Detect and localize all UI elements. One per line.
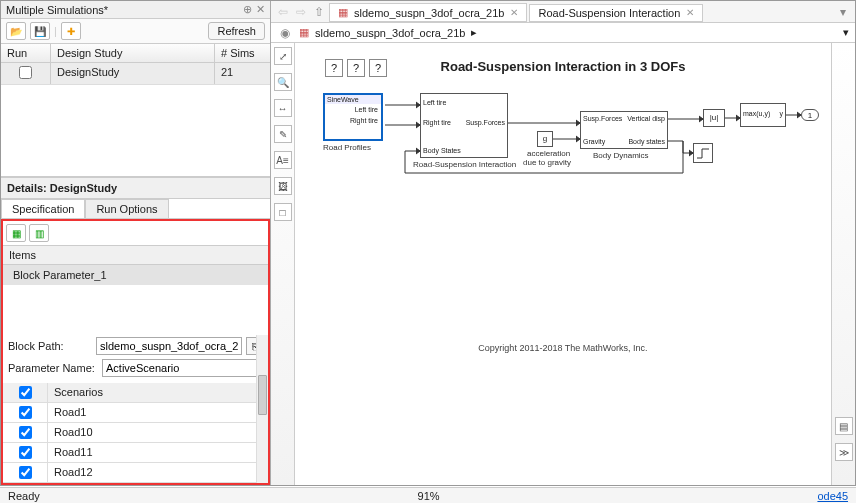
panel-title-bar: Multiple Simulations* ⊕ ✕ <box>1 1 270 19</box>
spec-toolbar: ▦ ▥ <box>3 221 268 246</box>
tab-specification[interactable]: Specification <box>1 199 85 218</box>
solver-link[interactable]: ode45 <box>817 490 848 502</box>
nav-fwd-icon: ⇨ <box>293 4 309 20</box>
refresh-button[interactable]: Refresh <box>208 22 265 40</box>
tab-run-options[interactable]: Run Options <box>85 199 168 218</box>
tab-label: sldemo_suspn_3dof_ocra_21b <box>354 7 504 19</box>
doc-tab-subsystem[interactable]: Road-Suspension Interaction ✕ <box>529 4 703 22</box>
copyright-text: Copyright 2011-2018 The MathWorks, Inc. <box>295 343 831 353</box>
panel-title: Multiple Simulations* <box>6 4 108 16</box>
breadcrumb-dropdown-icon[interactable]: ▾ <box>843 26 849 39</box>
scen-label: Road12 <box>48 463 268 482</box>
grid-header: Run Design Study # Sims <box>1 44 270 63</box>
scenario-table: Scenarios Road1 Road10 Road11 <box>3 383 268 483</box>
status-ready: Ready <box>8 490 40 502</box>
breadcrumb-bar: ◉ ▦ sldemo_suspn_3dof_ocra_21b ▸ ▾ <box>271 23 855 43</box>
scen-check[interactable] <box>19 406 32 419</box>
scen-check[interactable] <box>19 426 32 439</box>
close-panel-icon[interactable]: ✕ <box>256 3 265 16</box>
zoom-in-button[interactable]: 🔍 <box>274 73 292 91</box>
tabs-overflow-icon[interactable]: ▾ <box>835 4 851 20</box>
scen-row[interactable]: Road12 <box>3 463 268 483</box>
save-button[interactable]: 💾 <box>30 22 50 40</box>
col-design-study: Design Study <box>51 44 215 62</box>
scen-row[interactable]: Road10 <box>3 423 268 443</box>
zoom-percent[interactable]: 91% <box>379 490 479 502</box>
document-tabs: ⇦ ⇨ ⇧ ▦ sldemo_suspn_3dof_ocra_21b ✕ Roa… <box>271 1 855 23</box>
fit-view-button[interactable]: ⤢ <box>274 47 292 65</box>
pin-icon[interactable]: ⊕ <box>243 3 252 16</box>
param-name-label: Parameter Name: <box>8 362 98 374</box>
model-browser-icon[interactable]: ◉ <box>277 25 293 41</box>
toggle-arrow-button[interactable]: ↔ <box>274 99 292 117</box>
nav-up-icon[interactable]: ⇧ <box>311 4 327 20</box>
scen-check-all[interactable] <box>19 386 32 399</box>
spec-scrollbar[interactable] <box>256 335 268 483</box>
spec-scroll-thumb[interactable] <box>258 375 267 415</box>
doc-tab-model[interactable]: ▦ sldemo_suspn_3dof_ocra_21b ✕ <box>329 3 527 22</box>
study-name: DesignStudy <box>51 63 215 84</box>
add-item-button[interactable]: ▦ <box>6 224 26 242</box>
details-tabs: Specification Run Options <box>1 199 270 219</box>
canvas-toolbar-left: ⤢ 🔍 ↔ ✎ A≡ 🖼 □ <box>271 43 295 485</box>
model-icon: ▦ <box>338 6 348 19</box>
model-canvas[interactable]: ? ? ? Road-Suspension Interaction in 3 D… <box>295 43 831 485</box>
tab-label: Road-Suspension Interaction <box>538 7 680 19</box>
scen-row[interactable]: Road11 <box>3 443 268 463</box>
nav-back-icon: ⇦ <box>275 4 291 20</box>
sims-count: 21 <box>215 63 270 84</box>
scen-check[interactable] <box>19 466 32 479</box>
param-name-input[interactable] <box>102 359 263 377</box>
scen-label: Road11 <box>48 443 268 462</box>
sim-toolbar: 📂 💾 | ✚ Refresh <box>1 19 270 44</box>
study-row[interactable]: DesignStudy 21 <box>1 63 270 85</box>
details-header: Details: DesignStudy <box>1 177 270 199</box>
col-sims: # Sims <box>215 44 270 62</box>
items-header: Items <box>3 246 268 265</box>
scen-check[interactable] <box>19 446 32 459</box>
close-tab-icon[interactable]: ✕ <box>510 7 518 18</box>
library-button[interactable]: ▤ <box>835 417 853 435</box>
show-panel-button[interactable]: ≫ <box>835 443 853 461</box>
toggle-off-button[interactable]: □ <box>274 203 292 221</box>
scenarios-col-header: Scenarios <box>48 383 268 402</box>
scen-label: Road1 <box>48 403 268 422</box>
chevron-right-icon: ▸ <box>471 26 477 39</box>
model-icon: ▦ <box>299 26 309 39</box>
specification-panel: ▦ ▥ Items Block Parameter_1 Block Path: … <box>1 219 270 485</box>
scen-label: Road10 <box>48 423 268 442</box>
add-param-button[interactable]: ▥ <box>29 224 49 242</box>
open-button[interactable]: 📂 <box>6 22 26 40</box>
breadcrumb-model[interactable]: sldemo_suspn_3dof_ocra_21b <box>315 27 465 39</box>
item-block-parameter-1[interactable]: Block Parameter_1 <box>3 265 268 285</box>
note-button[interactable]: ✎ <box>274 125 292 143</box>
items-list: Block Parameter_1 <box>3 265 268 335</box>
add-button[interactable]: ✚ <box>61 22 81 40</box>
close-tab-icon[interactable]: ✕ <box>686 7 694 18</box>
col-run: Run <box>1 44 51 62</box>
status-bar: Ready 91% ode45 <box>0 487 856 503</box>
block-path-label: Block Path: <box>8 340 92 352</box>
image-button[interactable]: 🖼 <box>274 177 292 195</box>
annotation-button[interactable]: A≡ <box>274 151 292 169</box>
block-path-input[interactable] <box>96 337 242 355</box>
run-checkbox[interactable] <box>19 66 32 79</box>
grid-empty-area <box>1 85 270 177</box>
scen-row[interactable]: Road1 <box>3 403 268 423</box>
